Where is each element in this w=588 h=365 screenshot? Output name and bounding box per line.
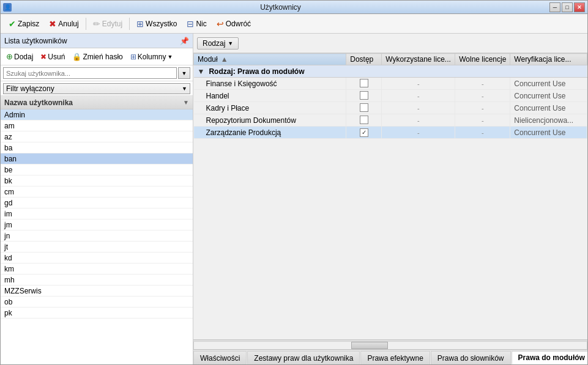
user-name: be xyxy=(4,166,12,174)
list-item[interactable]: jm xyxy=(1,219,193,230)
expand-icon[interactable]: ▼ xyxy=(198,67,205,76)
dostep-cell[interactable] xyxy=(346,78,382,90)
list-item[interactable]: kd xyxy=(1,253,193,264)
table-header-row: Moduł ▲ Dostęp Wykorzystane lice... Woln… xyxy=(194,54,587,65)
save-icon: ✔ xyxy=(9,19,16,29)
user-name: km xyxy=(4,265,14,273)
nothing-button[interactable]: ⊟ Nic xyxy=(182,17,210,31)
dostep-cell[interactable] xyxy=(346,90,382,102)
sidebar-header: Lista użytkowników 📌 xyxy=(1,34,193,48)
maximize-button[interactable]: □ xyxy=(562,2,573,12)
rights-table: Moduł ▲ Dostęp Wykorzystane lice... Woln… xyxy=(193,53,587,139)
dostep-cell[interactable] xyxy=(346,114,382,127)
list-item[interactable]: jt xyxy=(1,241,193,253)
wolne-cell: - xyxy=(455,102,510,114)
user-name: Admin xyxy=(4,111,25,119)
wykorzystane-cell: - xyxy=(382,127,455,139)
horizontal-scrollbar[interactable] xyxy=(193,340,587,350)
list-item[interactable]: ob xyxy=(1,297,193,308)
checkbox[interactable] xyxy=(360,103,368,112)
wolne-cell: - xyxy=(455,78,510,90)
search-dropdown-button[interactable]: ▼ xyxy=(178,67,190,79)
filter-dropdown[interactable]: Filtr wyłączony ▼ xyxy=(3,83,190,94)
list-item[interactable]: im xyxy=(1,208,193,219)
weryfikacja-cell: Concurrent Use xyxy=(510,127,587,139)
list-item[interactable]: ba xyxy=(1,142,193,153)
search-input[interactable] xyxy=(3,67,177,79)
list-item[interactable]: az xyxy=(1,131,193,142)
remove-icon: ✖ xyxy=(40,53,47,61)
list-item[interactable]: pk xyxy=(1,308,193,319)
weryfikacja-cell: Nielicencjonowa... xyxy=(510,114,587,127)
list-item[interactable]: bk xyxy=(1,175,193,186)
revert-button[interactable]: ↩ Odwróć xyxy=(212,17,255,31)
column-wykorzystane[interactable]: Wykorzystane lice... xyxy=(382,54,455,65)
remove-user-button[interactable]: ✖ Usuń xyxy=(37,51,68,62)
columns-button[interactable]: ⊞ Kolumny ▼ xyxy=(127,51,176,62)
module-table: Moduł ▲ Dostęp Wykorzystane lice... Woln… xyxy=(193,53,587,340)
add-user-button[interactable]: ⊕ Dodaj xyxy=(3,51,36,62)
tab-rights-sets[interactable]: Zestawy praw dla użytkownika xyxy=(247,351,360,364)
wykorzystane-cell: - xyxy=(382,102,455,114)
list-item[interactable]: km xyxy=(1,264,193,275)
all-button[interactable]: ⊞ Wszystko xyxy=(132,17,181,31)
tab-effective-rights[interactable]: Prawa efektywne xyxy=(360,351,430,364)
save-button[interactable]: ✔ Zapisz xyxy=(4,17,43,31)
column-wolne[interactable]: Wolne licencje xyxy=(455,54,510,65)
list-item[interactable]: cm xyxy=(1,186,193,197)
checkbox[interactable]: ✓ xyxy=(360,128,368,137)
close-button[interactable]: ✕ xyxy=(574,2,585,12)
checkbox[interactable] xyxy=(360,116,368,124)
list-item[interactable]: be xyxy=(1,164,193,175)
edit-button[interactable]: ✏ Edytuj xyxy=(89,17,127,31)
minimize-button[interactable]: ─ xyxy=(549,2,560,12)
tab-properties[interactable]: Właściwości xyxy=(193,351,247,364)
checkbox[interactable] xyxy=(360,91,368,100)
change-password-button[interactable]: 🔒 Zmień hasło xyxy=(69,51,125,62)
rodzaj-button[interactable]: Rodzaj ▼ xyxy=(197,37,239,50)
list-item[interactable]: gd xyxy=(1,197,193,208)
edit-label: Edytuj xyxy=(102,20,122,28)
list-item[interactable]: am xyxy=(1,120,193,131)
wolne-cell: - xyxy=(455,127,510,139)
list-item[interactable]: mh xyxy=(1,275,193,286)
tab-module-rights[interactable]: Prawa do modułów xyxy=(512,351,587,364)
column-weryfikacja[interactable]: Weryfikacja lice... xyxy=(510,54,587,65)
filter-row: Filtr wyłączony ▼ xyxy=(1,81,193,96)
user-name: jm xyxy=(4,221,12,229)
table-row[interactable]: Repozytorium Dokumentów - - Nielicencjon… xyxy=(194,114,587,127)
scrollbar-track[interactable] xyxy=(193,341,587,350)
weryfikacja-cell: Concurrent Use xyxy=(510,90,587,102)
table-row[interactable]: Finanse i Księgowość - - Concurrent Use xyxy=(194,78,587,90)
tabs-bar: Właściwości Zestawy praw dla użytkownika… xyxy=(193,350,587,364)
main-window: 👤 Użytkownicy ─ □ ✕ ✔ Zapisz ✖ Anuluj ✏ … xyxy=(0,0,588,365)
user-name: ba xyxy=(4,144,12,152)
table-row[interactable]: Handel - - Concurrent Use xyxy=(194,90,587,102)
remove-label: Usuń xyxy=(48,53,65,61)
right-toolbar: Rodzaj ▼ xyxy=(193,34,587,53)
scrollbar-thumb[interactable] xyxy=(351,342,388,349)
list-item[interactable]: jn xyxy=(1,230,193,241)
tab-dictionary-rights[interactable]: Prawa do słowników xyxy=(431,351,511,364)
dostep-cell[interactable] xyxy=(346,102,382,114)
dostep-cell[interactable]: ✓ xyxy=(346,127,382,139)
separator-1 xyxy=(86,18,86,30)
list-item[interactable]: MZZSerwis xyxy=(1,286,193,297)
title-bar: 👤 Użytkownicy ─ □ ✕ xyxy=(1,1,587,14)
modul-cell: Zarządzanie Produkcją xyxy=(194,127,346,139)
group-header-cell: ▼ Rodzaj: Prawa do modułów xyxy=(194,65,587,78)
table-row[interactable]: Kadry i Płace - - Concurrent Use xyxy=(194,102,587,114)
list-item[interactable]: Admin xyxy=(1,109,193,120)
user-name: am xyxy=(4,122,15,130)
table-row[interactable]: Zarządzanie Produkcją ✓ - - Concurrent U… xyxy=(194,127,587,139)
cancel-button[interactable]: ✖ Anuluj xyxy=(45,17,83,31)
weryfikacja-cell: Concurrent Use xyxy=(510,102,587,114)
column-modul[interactable]: Moduł ▲ xyxy=(194,54,346,65)
modul-cell: Handel xyxy=(194,90,346,102)
window-title: Użytkownicy xyxy=(12,3,549,12)
checkbox[interactable] xyxy=(360,79,368,87)
pin-button[interactable]: 📌 xyxy=(180,37,189,45)
column-dostep[interactable]: Dostęp xyxy=(346,54,382,65)
list-item[interactable]: ban xyxy=(1,153,193,164)
user-name: gd xyxy=(4,199,12,207)
